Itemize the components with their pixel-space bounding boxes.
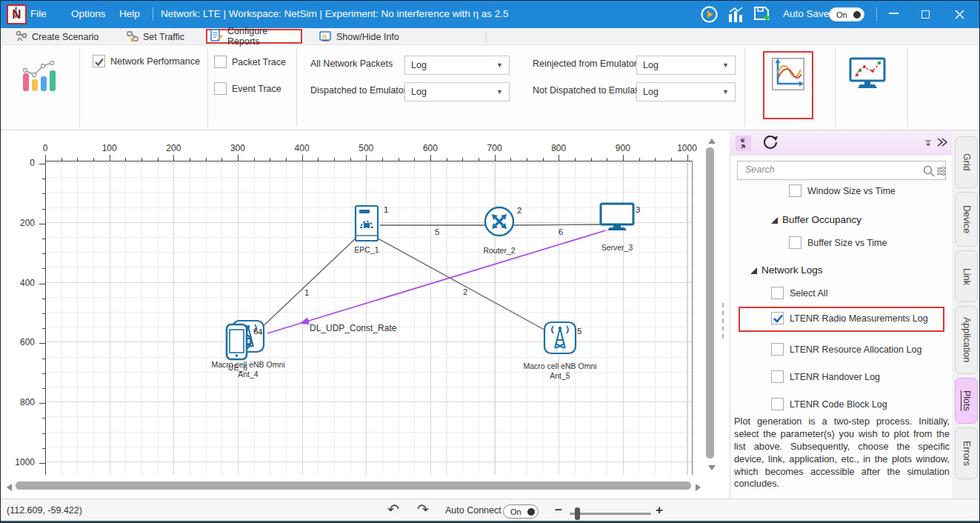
mobility-viewer-icon[interactable] [848,57,887,91]
dropdown-value: Log [643,60,659,70]
packet-trace-checkbox[interactable] [214,56,227,68]
netsim-logo-icon: NNETSIM [7,4,27,24]
device-label: EPC_1 [315,245,419,255]
zoom-slider-track[interactable] [570,513,651,515]
horizontal-scrollbar[interactable] [16,482,691,490]
scroll-right-icon[interactable] [696,484,701,491]
side-tab-device[interactable]: Device [955,192,978,247]
side-tab-errors[interactable]: Errors [955,427,978,479]
run-simulation-icon[interactable] [701,6,718,23]
scroll-up-icon[interactable] [708,139,716,144]
tab-create-scenario[interactable]: Create Scenario [13,30,101,44]
tab-set-traffic[interactable]: Set Traffic [124,30,187,44]
undo-icon[interactable]: ↶ [387,503,399,516]
router-icon [483,227,516,240]
tree-item-label: Select All [790,288,827,299]
device-ant_5[interactable] [516,321,604,358]
trace-label: Packet Trace [232,57,286,67]
scroll-down-icon[interactable] [708,465,716,470]
minimize-icon[interactable] [889,13,899,14]
tab-configure-reports[interactable]: Configure Reports [206,29,302,44]
svg-text:A: A [322,33,327,40]
emulator-log-label: Not Dispatched to Emulator [533,85,646,96]
tab-label: Set Traffic [143,32,184,42]
window-size-vs-time-checkbox[interactable] [789,184,801,197]
device-id-badge: 3 [636,205,640,214]
tab-show-hide-info[interactable]: AShow/Hide Info [316,30,402,44]
search-input[interactable] [744,164,914,176]
plots-icon[interactable] [772,58,804,90]
dropdown-value: Log [411,87,427,97]
side-tab-link[interactable]: Link [955,250,978,302]
device-label: Router_2 [447,246,551,256]
ribbon: View Results Network Performance Tabular… [1,45,980,130]
device-router_2[interactable] [455,205,544,241]
ltenr-radio-measurements-log-checkbox[interactable] [771,312,784,324]
menu-help[interactable]: Help [119,8,140,19]
epc-icon [353,233,380,245]
side-tab-application[interactable]: Application [955,306,978,374]
view-results-icon[interactable] [728,7,744,22]
menu-options[interactable]: Options [71,8,106,19]
network-performance-checkbox[interactable] [93,55,105,67]
buffer-size-vs-time-checkbox[interactable] [789,236,801,249]
group-separator [744,48,745,127]
zoom-out-icon[interactable]: − [555,503,562,518]
expand-chevrons-icon[interactable] [936,136,947,148]
select-all-checkbox[interactable] [771,287,784,299]
tree-item-label: Buffer Size vs Time [807,238,887,248]
vertical-scrollbar[interactable] [706,147,714,459]
section-expander-icon[interactable] [750,267,757,274]
emulator-log-dropdown[interactable]: Log▼ [636,82,736,101]
scroll-left-icon[interactable] [7,484,12,491]
redo-icon[interactable]: ↷ [417,503,429,516]
device-label: Server_3 [565,243,669,253]
emulator-log-dropdown[interactable]: Log▼ [636,56,736,75]
device-ue_6[interactable] [193,322,282,365]
ltenr-resource-allocation-log-checkbox[interactable] [771,343,784,356]
device-server_3[interactable] [573,202,661,236]
info-icon: A [319,30,332,44]
zoom-in-icon[interactable]: + [656,503,663,518]
network-canvas[interactable]: 0100200300400500600700800900100002004006… [1,130,730,499]
tab-label: Configure Reports [227,26,298,47]
filter-icon[interactable] [936,166,947,176]
search-icon[interactable] [923,165,935,177]
section-expander-icon[interactable] [771,217,778,224]
bar-chart-icon[interactable] [21,60,57,93]
collapse-panel-button[interactable] [736,136,751,151]
emulator-log-label: Reinjected from Emulator [533,59,637,69]
tab-label: Show/Hide Info [336,32,399,42]
network-performance-label: Network Performance [110,56,200,67]
section-buffer-occupancy[interactable]: Buffer Occupancy [782,214,861,225]
plot-generation-help-text: Plot generation is a two-step process. I… [734,416,950,490]
pin-icon[interactable] [924,139,933,147]
zoom-slider-thumb[interactable] [575,507,580,520]
close-icon[interactable] [955,10,964,19]
event-trace-checkbox[interactable] [214,82,227,95]
tab-label: Create Scenario [32,32,99,42]
panel-splitter[interactable] [722,303,724,339]
auto-connect-toggle[interactable]: On [503,504,539,519]
enb-icon [543,344,577,357]
maximize-icon[interactable] [921,10,930,19]
auto-save-toggle[interactable]: On [829,7,864,21]
link-id-label: 1 [304,288,309,297]
titlebar-separator [153,7,153,21]
save-icon[interactable] [753,6,773,24]
emulator-log-dropdown[interactable]: Log▼ [404,82,510,101]
ltenr-code-block-log-checkbox[interactable] [771,398,784,410]
title-bar: NNETSIM Network: LTE | Workspace: NetSim… [1,1,980,28]
toggle-knob [853,11,861,19]
link-id-label: 5 [435,227,439,236]
refresh-icon[interactable] [762,133,780,151]
side-tab-plots[interactable]: Plots [955,378,978,424]
section-network-logs[interactable]: Network Logs [761,264,823,276]
device-epc_1[interactable] [322,204,411,246]
tree-item-label: LTENR Handover Log [790,372,880,382]
menu-file[interactable]: File [30,8,47,19]
ltenr-handover-log-checkbox[interactable] [771,370,784,383]
side-tab-grid[interactable]: Grid [955,136,978,188]
toggle-knob [527,508,535,516]
emulator-log-dropdown[interactable]: Log▼ [404,56,510,75]
